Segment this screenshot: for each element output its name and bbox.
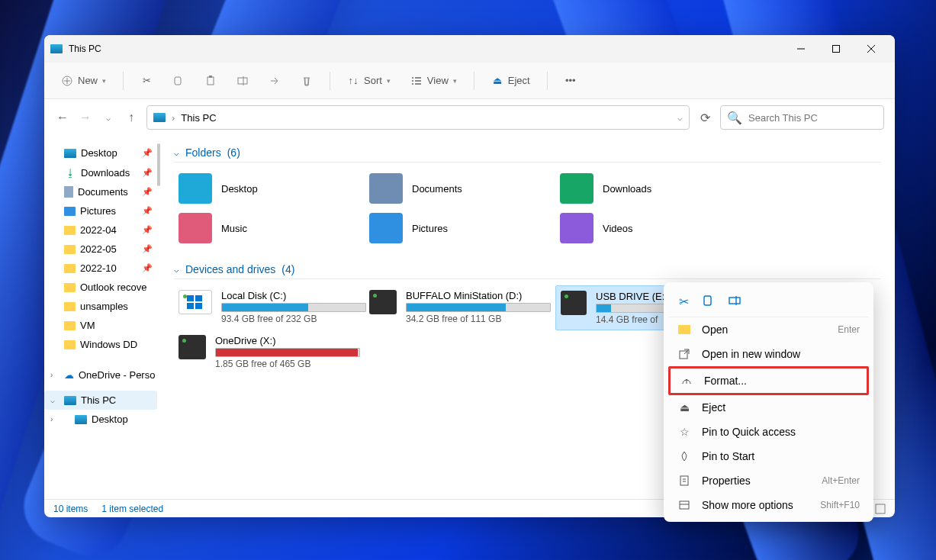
this-pc-icon — [64, 396, 76, 405]
svg-rect-24 — [729, 298, 740, 304]
sidebar-item-downloads[interactable]: ⭳Downloads📌 — [44, 163, 157, 182]
ctx-label: Open in new window — [702, 348, 800, 360]
more-icon — [677, 499, 691, 511]
chevron-down-icon[interactable]: ⌵ — [677, 113, 683, 123]
rename-icon — [236, 75, 249, 87]
refresh-button[interactable]: ⟳ — [697, 111, 712, 125]
devices-title: Devices and drives — [185, 263, 275, 275]
ctx-label: Eject — [702, 401, 725, 414]
star-icon: ☆ — [677, 426, 691, 438]
ctx-show-more-options[interactable]: Show more optionsShift+F10 — [668, 493, 869, 517]
sidebar-item-desktop[interactable]: Desktop📌 — [44, 143, 157, 163]
ctx-eject[interactable]: ⏏Eject — [668, 395, 869, 420]
address-bar[interactable]: › This PC ⌵ — [146, 105, 690, 130]
cloud-icon: ☁ — [64, 369, 74, 381]
maximize-button[interactable] — [819, 37, 854, 61]
eject-button[interactable]: ⏏ Eject — [484, 70, 538, 92]
sidebar-item-pictures[interactable]: Pictures📌 — [44, 201, 157, 220]
props-icon — [677, 475, 691, 487]
sidebar-item-outlook-recove[interactable]: Outlook recove — [44, 278, 157, 297]
eject-label: Eject — [508, 75, 530, 86]
drive-local-disk-c-[interactable]: Local Disk (C:)93.4 GB free of 232 GB — [174, 285, 365, 330]
details-view-button[interactable] — [875, 504, 886, 514]
ctx-pin-to-start[interactable]: Pin to Start — [668, 444, 869, 468]
sidebar-item-label: Desktop — [81, 147, 117, 159]
this-pc-icon — [153, 113, 166, 122]
cut-button[interactable]: ✂ — [133, 70, 160, 92]
svg-rect-13 — [415, 77, 421, 79]
ctx-label: Open — [702, 323, 728, 336]
rename-icon[interactable] — [729, 294, 741, 309]
sidebar-item-unsamples[interactable]: unsamples — [44, 297, 157, 316]
folder-videos[interactable]: Videos — [555, 208, 746, 248]
ctx-shortcut: Enter — [838, 324, 860, 335]
sidebar-item-windows-dd[interactable]: Windows DD — [44, 335, 157, 354]
ctx-label: Pin to Start — [702, 450, 754, 462]
share-button[interactable] — [261, 70, 288, 92]
new-button[interactable]: New ▾ — [53, 70, 114, 92]
capacity-bar — [406, 303, 551, 312]
eject-icon: ⏏ — [491, 75, 503, 87]
folder-icon — [64, 283, 76, 292]
sidebar-item-2022-05[interactable]: 2022-05📌 — [44, 240, 157, 259]
folder-icon — [560, 173, 593, 204]
desktop-icon — [75, 415, 87, 424]
sidebar-item-2022-10[interactable]: 2022-10📌 — [44, 259, 157, 278]
up-button[interactable]: ↑ — [124, 110, 139, 125]
cut-icon[interactable]: ✂ — [679, 294, 689, 309]
ctx-open-in-new-window[interactable]: Open in new window — [668, 342, 869, 366]
drive-icon — [561, 291, 587, 315]
recent-button[interactable]: ⌵ — [101, 110, 116, 125]
minimize-button[interactable] — [783, 37, 819, 61]
close-button[interactable] — [854, 37, 889, 61]
drive-buffalo-ministation-d-[interactable]: BUFFALO MiniStation (D:)34.2 GB free of … — [365, 285, 555, 330]
folder-icon — [64, 226, 76, 235]
folder-icon — [64, 321, 76, 330]
folder-pictures[interactable]: Pictures — [365, 208, 555, 248]
sidebar-item-vm[interactable]: VM — [44, 316, 157, 335]
devices-count: (4) — [281, 263, 294, 275]
svg-rect-17 — [415, 83, 421, 85]
folder-label: Desktop — [221, 183, 258, 195]
more-button[interactable]: ••• — [557, 70, 584, 92]
svg-rect-18 — [187, 295, 194, 301]
breadcrumb[interactable]: This PC — [181, 112, 216, 124]
ctx-properties[interactable]: PropertiesAlt+Enter — [668, 468, 869, 493]
ctx-open[interactable]: OpenEnter — [668, 317, 869, 342]
sidebar-item-onedrive[interactable]: ›☁OneDrive - Perso — [44, 365, 157, 385]
sidebar-item-documents[interactable]: Documents📌 — [44, 182, 157, 201]
pin-icon: 📌 — [142, 168, 153, 178]
delete-button[interactable] — [293, 70, 320, 92]
search-box[interactable]: 🔍 — [720, 105, 884, 130]
copy-icon[interactable] — [703, 294, 715, 309]
search-input[interactable] — [748, 112, 877, 124]
folder-documents[interactable]: Documents — [365, 169, 555, 208]
folder-icon — [369, 173, 403, 204]
view-button[interactable]: View ▾ — [403, 70, 465, 92]
ctx-label: Show more options — [702, 499, 793, 511]
copy-button[interactable] — [165, 70, 192, 92]
drive-onedrive-x-[interactable]: OneDrive (X:)1.85 GB free of 465 GB — [174, 330, 365, 374]
rename-button[interactable] — [229, 70, 256, 92]
paste-button[interactable] — [197, 70, 224, 92]
navbar: ← → ⌵ ↑ › This PC ⌵ ⟳ 🔍 — [44, 99, 895, 136]
folder-downloads[interactable]: Downloads — [555, 169, 746, 208]
sidebar-item-this-pc[interactable]: ⌵This PC — [44, 391, 157, 410]
svg-rect-7 — [175, 77, 181, 85]
search-icon: 🔍 — [727, 111, 742, 125]
folders-group-header[interactable]: ⌵ Folders (6) — [174, 143, 881, 163]
devices-group-header[interactable]: ⌵ Devices and drives (4) — [174, 260, 881, 279]
eject-icon: ⏏ — [677, 401, 691, 414]
forward-button[interactable]: → — [78, 110, 93, 125]
chevron-down-icon: ▾ — [453, 77, 457, 85]
chevron-down-icon: ⌵ — [174, 148, 179, 158]
folder-desktop[interactable]: Desktop — [174, 169, 365, 208]
ctx-pin-to-quick-access[interactable]: ☆Pin to Quick access — [668, 420, 869, 444]
sidebar-item-2022-04[interactable]: 2022-04📌 — [44, 220, 157, 240]
ctx-format-[interactable]: Format... — [668, 366, 869, 395]
folder-music[interactable]: Music — [174, 208, 365, 248]
back-button[interactable]: ← — [55, 110, 70, 125]
sort-button[interactable]: ↑↓ Sort ▾ — [339, 70, 398, 92]
sidebar-item-desktop[interactable]: ›Desktop — [44, 410, 157, 429]
desktop-icon — [64, 149, 76, 158]
